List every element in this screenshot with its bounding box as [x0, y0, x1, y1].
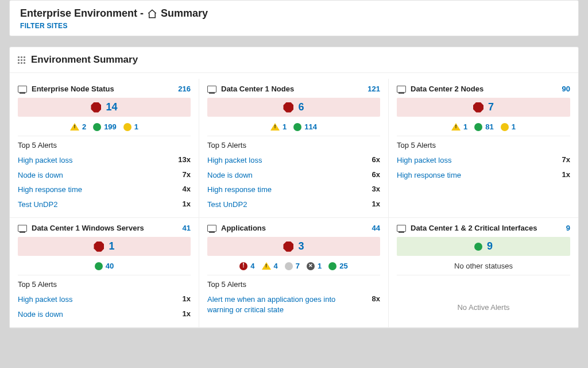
status-item[interactable]: 25 — [328, 262, 347, 270]
alert-row: Test UnDP21x — [207, 197, 380, 212]
hero-count: 1 — [109, 240, 114, 252]
card-title: Enterprise Node Status — [32, 85, 114, 93]
filter-sites-link[interactable]: FILTER SITES — [20, 22, 68, 30]
card-total-link[interactable]: 90 — [562, 85, 570, 93]
hero-status[interactable]: 6 — [207, 98, 380, 117]
status-item[interactable]: 114 — [293, 122, 317, 131]
status-item[interactable]: 81 — [474, 122, 493, 131]
alert-row: Node is down7x — [18, 168, 191, 183]
monitor-icon — [18, 225, 27, 232]
page-title-prefix: Enterprise Environment - — [20, 7, 144, 20]
status-item[interactable]: 199 — [93, 122, 117, 131]
status-item[interactable]: 4 — [239, 262, 254, 270]
hero-status[interactable]: 9 — [397, 237, 570, 256]
card-head: Data Center 1 Windows Servers41 — [18, 223, 191, 237]
octagon-red-icon — [91, 102, 101, 113]
alert-count: 4x — [183, 185, 191, 193]
status-item[interactable]: 1 — [451, 122, 467, 131]
status-card: Data Center 1 & 2 Critical Interfaces99N… — [389, 218, 578, 328]
alert-row: High response time4x — [18, 182, 191, 197]
status-count: 7 — [296, 262, 300, 270]
status-item[interactable]: 1 — [270, 122, 287, 131]
card-total-link[interactable]: 216 — [178, 85, 191, 93]
monitor-icon — [18, 86, 27, 93]
alert-count: 7x — [183, 170, 191, 179]
status-item[interactable]: 1 — [123, 122, 138, 131]
card-total-link[interactable]: 9 — [566, 224, 570, 232]
status-item[interactable]: 40 — [95, 262, 114, 270]
card-title: Data Center 2 Nodes — [411, 85, 483, 93]
top-alerts-title: Top 5 Alerts — [207, 141, 380, 150]
status-item[interactable]: 7 — [285, 262, 300, 270]
octagon-red-icon — [473, 102, 483, 113]
status-row: 447125 — [207, 259, 380, 275]
status-up-icon — [328, 262, 336, 270]
hero-status[interactable]: 14 — [18, 98, 191, 117]
status-count: 4 — [250, 262, 254, 270]
monitor-icon — [207, 86, 216, 93]
alert-link[interactable]: Test UnDP2 — [18, 200, 57, 210]
top-alerts-title: Top 5 Alerts — [207, 280, 380, 289]
status-item[interactable]: 1 — [307, 262, 322, 270]
alert-link[interactable]: Alert me when an application goes into w… — [207, 294, 346, 315]
status-count: 4 — [274, 262, 278, 270]
status-count: 81 — [485, 122, 493, 131]
alert-link[interactable]: High response time — [397, 170, 461, 181]
status-item[interactable]: 4 — [262, 262, 278, 270]
alert-link[interactable]: Node is down — [18, 170, 63, 181]
card-total-link[interactable]: 41 — [183, 224, 191, 232]
page-title: Enterprise Environment - Summary — [20, 7, 568, 20]
alert-row: High response time1x — [397, 168, 570, 183]
alert-row: High response time3x — [207, 182, 380, 197]
card-total-link[interactable]: 44 — [372, 224, 380, 232]
hero-status[interactable]: 3 — [207, 237, 380, 256]
alert-count: 8x — [372, 294, 380, 303]
warning-triangle-icon — [262, 262, 271, 270]
hero-status[interactable]: 1 — [18, 237, 191, 256]
alert-link[interactable]: High response time — [18, 185, 82, 195]
status-unknown-icon — [285, 262, 293, 270]
status-card: Data Center 1 Nodes12161114Top 5 AlertsH… — [199, 79, 389, 218]
status-card: Applications443447125Top 5 AlertsAlert m… — [199, 218, 389, 328]
status-item[interactable]: 2 — [70, 122, 86, 131]
status-count: 1 — [512, 122, 516, 131]
top-alerts-title: Top 5 Alerts — [397, 141, 570, 150]
alert-link[interactable]: Test UnDP2 — [207, 200, 247, 210]
alert-link[interactable]: High packet loss — [207, 155, 262, 166]
status-warning-icon — [501, 123, 509, 131]
status-up-icon — [474, 243, 482, 251]
alert-row: High packet loss13x — [18, 153, 191, 168]
no-other-statuses: No other statuses — [397, 259, 570, 275]
status-count: 1 — [318, 262, 322, 270]
card-total-link[interactable]: 121 — [368, 85, 380, 93]
monitor-icon — [207, 225, 216, 232]
card-head: Data Center 2 Nodes90 — [397, 83, 570, 98]
summary-header: Environment Summary — [10, 47, 578, 73]
alert-link[interactable]: Node is down — [18, 309, 63, 320]
alert-link[interactable]: High response time — [207, 185, 272, 195]
alert-count: 3x — [372, 185, 380, 193]
hero-count: 7 — [488, 101, 494, 113]
status-row: 40 — [18, 259, 191, 275]
status-count: 25 — [339, 262, 347, 270]
alert-count: 6x — [372, 155, 380, 164]
status-item[interactable]: 1 — [501, 122, 516, 131]
alert-link[interactable]: Node is down — [207, 170, 253, 181]
drag-handle-icon[interactable] — [18, 56, 25, 64]
hero-count: 6 — [298, 101, 304, 113]
card-title: Data Center 1 Nodes — [221, 85, 294, 93]
alert-row: High packet loss7x — [397, 153, 570, 168]
status-count: 114 — [304, 122, 317, 131]
alert-link[interactable]: High packet loss — [18, 155, 72, 166]
status-up-icon — [293, 123, 301, 131]
alert-link[interactable]: High packet loss — [18, 294, 72, 305]
page-title-suffix: Summary — [161, 7, 208, 20]
hero-count: 9 — [487, 240, 493, 252]
monitor-icon — [397, 86, 406, 93]
status-count: 2 — [82, 122, 86, 131]
card-title: Data Center 1 & 2 Critical Interfaces — [411, 224, 537, 232]
alert-link[interactable]: High packet loss — [397, 155, 451, 166]
hero-status[interactable]: 7 — [397, 98, 570, 117]
alert-count: 7x — [562, 155, 570, 164]
alert-count: 1x — [183, 200, 191, 208]
